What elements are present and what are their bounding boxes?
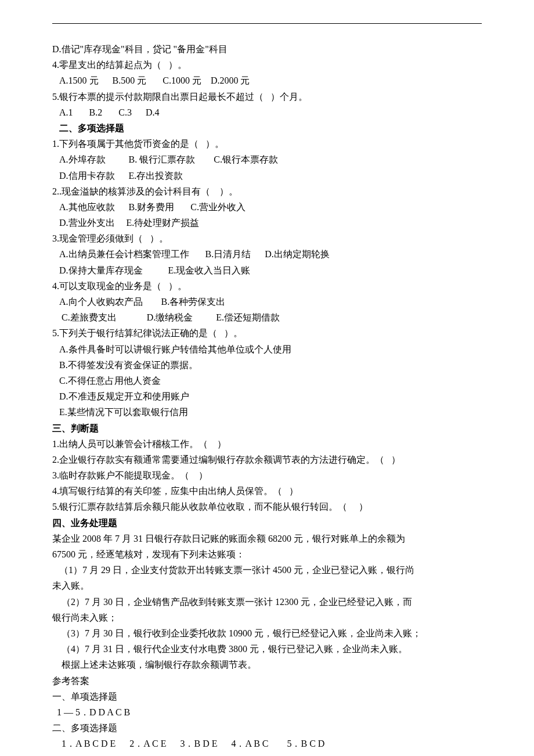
question-4: 4.零星支出的结算起点为（ ）。 [52, 57, 482, 73]
business-line-1: 某企业 2008 年 7 月 31 日银行存款日记账的账面余额 68200 元，… [52, 531, 482, 546]
answer-heading: 参考答案 [52, 673, 482, 689]
section-2-title: 二、多项选择题 [52, 120, 482, 136]
multi-q4-options-b: C.差旅费支出 D.缴纳税金 E.偿还短期借款 [52, 309, 482, 325]
multi-q5-option-a: A.条件具备时可以讲银行账户转借给其他单位或个人使用 [52, 341, 482, 357]
question-4-options: A.1500 元 B.500 元 C.1000 元 D.2000 元 [52, 73, 482, 88]
answer-single-values: 1 — 5．D D A C B [52, 704, 482, 720]
multi-q1: 1.下列各项属于其他货币资金的是（ ）。 [52, 136, 482, 152]
multi-q5-option-b: B.不得签发没有资金保证的票据。 [52, 357, 482, 373]
multi-q4-options-a: A.向个人收购农产品 B.各种劳保支出 [52, 294, 482, 309]
section-3-title: 三、判断题 [52, 420, 482, 436]
business-line-9: 根据上述未达账项，编制银行存款余额调节表。 [52, 657, 482, 672]
top-divider [52, 23, 482, 24]
multi-q4: 4.可以支取现金的业务是（ ）。 [52, 278, 482, 294]
business-line-2: 67500 元，经逐笔核对，发现有下列未达账项： [52, 546, 482, 562]
section-4-title: 四、业务处理题 [52, 515, 482, 531]
answer-multi-title: 二、多项选择题 [52, 720, 482, 736]
business-line-4: 未入账。 [52, 578, 482, 593]
multi-q5: 5.下列关于银行结算纪律说法正确的是（ ）。 [52, 325, 482, 341]
business-line-7: （3）7 月 30 日，银行收到企业委托收款 10900 元，银行已经登记入账，… [52, 625, 482, 641]
business-line-6: 银行尚未入账； [52, 610, 482, 625]
multi-q2-options-a: A.其他应收款 B.财务费用 C.营业外收入 [52, 199, 482, 215]
multi-q2: 2..现金溢缺的核算涉及的会计科目有（ ）。 [52, 183, 482, 199]
answer-single-title: 一、单项选择题 [52, 689, 482, 704]
multi-q5-option-e: E.某些情况下可以套取银行信用 [52, 404, 482, 420]
judge-q3: 3.临时存款账户不能提取现金。（ ） [52, 467, 482, 483]
question-5-options: A.1 B.2 C.3 D.4 [52, 105, 482, 120]
multi-q2-options-b: D.营业外支出 E.待处理财产损益 [52, 215, 482, 231]
business-line-8: （4）7 月 31 日，银行代企业支付水电费 3800 元，银行已登记入账，企业… [52, 641, 482, 657]
multi-q3-options-b: D.保持大量库存现金 E.现金收入当日入账 [52, 262, 482, 278]
question-5: 5.银行本票的提示付款期限自出票日起最长不超过（ ）个月。 [52, 89, 482, 105]
judge-q2: 2.企业银行存款实有额通常需要通过编制银行存款余额调节表的方法进行确定。（ ） [52, 452, 482, 467]
multi-q5-option-c: C.不得任意占用他人资金 [52, 373, 482, 388]
multi-q3: 3.现金管理必须做到（ ）。 [52, 231, 482, 246]
multi-q1-options-a: A.外埠存款 B. 银行汇票存款 C.银行本票存款 [52, 152, 482, 167]
multi-q5-option-d: D.不准违反规定开立和使用账户 [52, 388, 482, 404]
judge-q1: 1.出纳人员可以兼管会计稽核工作。（ ） [52, 436, 482, 452]
business-line-3: （1）7 月 29 日，企业支付货款开出转账支票一张计 4500 元，企业已登记… [52, 562, 482, 578]
judge-q4: 4.填写银行结算的有关印签，应集中由出纳人员保管。（ ） [52, 483, 482, 499]
multi-q3-options-a: A.出纳员兼任会计档案管理工作 B.日清月结 D.出纳定期轮换 [52, 246, 482, 262]
answer-multi-values: 1．A B C D E 2．A C E 3．B D E 4．A B C 5．B … [52, 736, 482, 751]
multi-q1-options-b: D.信用卡存款 E.存出投资款 [52, 168, 482, 183]
judge-q5: 5.银行汇票存款结算后余额只能从收款单位收取，而不能从银行转回。（ ） [52, 499, 482, 514]
option-d-q3: D.借记"库存现金"科目，贷记 "备用金"科目 [52, 41, 482, 57]
business-line-5: （2）7 月 30 日，企业销售产品收到转账支票一张计 12300 元，企业已经… [52, 594, 482, 610]
